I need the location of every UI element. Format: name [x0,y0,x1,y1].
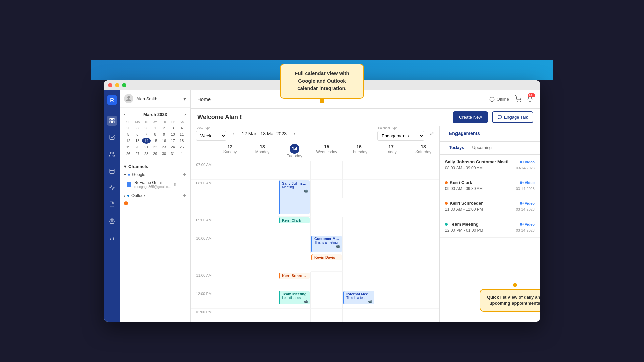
cell-sun-0900[interactable] [214,217,246,235]
close-button[interactable] [108,83,112,87]
cell-sun-0700[interactable] [214,161,246,180]
sidebar-icon-home[interactable] [107,116,117,126]
cell-wed-1100[interactable] [311,272,343,290]
event-internal-meeting[interactable]: Internal Meeting with... This is a team … [343,291,374,304]
cell-thu-0700[interactable] [343,161,375,180]
mini-day[interactable]: 1 [177,150,186,157]
create-new-button[interactable]: Create New [453,111,488,123]
sidebar-icon-tasks[interactable] [107,132,117,142]
event-kevin-davis[interactable]: Kevin Davis [311,254,342,260]
mini-day[interactable]: 9 [160,131,168,137]
cell-mon-0100[interactable] [246,309,278,322]
sidebar-icon-calendar[interactable] [107,166,117,176]
mini-day[interactable]: 12 [124,138,133,144]
cell-sun-1200[interactable] [214,290,246,309]
cell-sat-0700[interactable] [407,161,439,180]
event-team-meeting[interactable]: Team Meeting Lets discuss our a... 📹 [279,291,310,304]
mini-cal-prev[interactable]: ‹ [124,112,126,117]
appointment-item[interactable]: Team Meeting Video 12:00 PM - 01:00 PM 0… [440,217,540,238]
cell-sat-1200[interactable] [407,290,439,309]
cell-tue-0900[interactable]: Kerri Clark [278,217,311,235]
cell-fri-0900[interactable] [375,217,407,235]
mini-cal-next[interactable]: › [184,112,186,117]
calendar-type-select[interactable]: Engagements Personal [377,131,424,141]
mini-day[interactable]: 18 [177,138,186,144]
cell-thu-0900[interactable] [343,217,375,235]
cell-tue-1200[interactable]: Team Meeting Lets discuss our a... 📹 [278,290,311,309]
cart-icon[interactable] [515,95,521,103]
cell-thu-0800[interactable] [343,180,375,198]
mini-day[interactable]: 17 [169,138,177,144]
event-kerri-clark[interactable]: Kerri Clark [279,217,310,223]
engage-talk-button[interactable]: Engage Talk [492,111,533,123]
cell-wed-0100[interactable] [311,309,343,322]
appointment-item[interactable]: Sally Johnson Customer Meeti... Video 08… [440,155,540,175]
cell-sat-1100[interactable] [407,272,439,290]
user-selector[interactable]: Alan Smith ▾ [120,90,190,108]
mini-day[interactable]: 10 [169,131,177,137]
cell-thu-1100[interactable] [343,272,375,290]
mini-day[interactable]: 28 [142,125,151,131]
cell-thu-1000[interactable] [343,235,375,253]
mini-day[interactable]: 3 [169,125,177,131]
cell-sun-1100[interactable] [214,272,246,290]
mini-day[interactable]: 23 [160,144,168,150]
view-type-select[interactable]: Week Day Month [196,131,226,141]
sidebar-icon-contacts[interactable] [107,149,117,159]
mini-day[interactable]: 28 [142,150,151,157]
mini-day[interactable]: 2 [160,125,168,131]
subtab-todays[interactable]: Todays [445,142,468,154]
cell-tue-1000[interactable] [278,235,311,253]
cell-sat-0100[interactable] [407,309,439,322]
gmail-delete-button[interactable]: 🗑 [173,182,177,187]
cell-mon-1100[interactable] [246,272,278,290]
cell-fri-0700[interactable] [375,161,407,180]
mini-day[interactable]: 19 [124,144,133,150]
cell-sat-0900[interactable] [407,217,439,235]
cell-fri-1100[interactable] [375,272,407,290]
sidebar-icon-settings[interactable] [107,216,117,226]
mini-day[interactable]: 16 [160,138,168,144]
mini-day[interactable]: 31 [169,150,177,157]
mini-day[interactable]: 5 [124,131,133,137]
minimize-button[interactable] [115,83,119,87]
event-customer-meeting[interactable]: Customer Meeting This is a meting 📹 [311,236,342,252]
cell-fri-0800[interactable] [375,180,407,198]
mini-day[interactable]: 24 [169,144,177,150]
maximize-button[interactable] [122,83,126,87]
cell-tue-0700[interactable] [278,161,311,180]
cell-mon-0800[interactable] [246,180,278,198]
cell-tue-0100[interactable] [278,309,311,322]
mini-day-today[interactable]: 14 [142,138,151,144]
cell-fri-0100[interactable] [375,309,407,322]
mini-day[interactable]: 30 [160,150,168,157]
mini-day[interactable]: 22 [151,144,160,150]
cell-sun-1000[interactable] [214,235,246,253]
subtab-upcoming[interactable]: Upcoming [468,142,496,154]
google-add-button[interactable]: + [183,172,186,178]
channels-header[interactable]: ▾ Channels [124,164,186,169]
mini-day[interactable]: 4 [177,125,186,131]
mini-day[interactable]: 21 [142,144,151,150]
mini-day[interactable]: 13 [133,138,142,144]
mini-day[interactable]: 29 [151,150,160,157]
cell-fri-1200[interactable] [375,290,407,309]
calendar-prev-button[interactable]: ‹ [232,129,236,138]
event-sally-johnson[interactable]: Sally Johnson Custo... Meeting 📹 [279,180,310,214]
cell-sun-0800[interactable] [214,180,246,198]
appointment-item[interactable]: Kerri Schroeder Video 11:30 AM - 12:00 P… [440,196,540,217]
google-channel-header[interactable]: ▾ Google + [124,172,186,178]
mini-day[interactable]: 15 [151,138,160,144]
mini-day[interactable]: 25 [177,144,186,150]
cell-wed-1000[interactable]: Customer Meeting This is a meting 📹 Kevi… [311,235,343,272]
sidebar-icon-reports[interactable] [107,199,117,209]
cell-sun-0100[interactable] [214,309,246,322]
cell-mon-1200[interactable] [246,290,278,309]
cell-wed-1200[interactable] [311,290,343,309]
event-kerri-schroeder[interactable]: Kerri Schroeder [279,273,310,279]
notification-bell[interactable]: 99+ [527,95,533,103]
mini-day[interactable]: 1 [151,125,160,131]
sidebar-icon-chart[interactable] [107,233,117,243]
user-dropdown-icon[interactable]: ▾ [183,96,186,102]
calendar-next-button[interactable]: › [292,129,297,138]
